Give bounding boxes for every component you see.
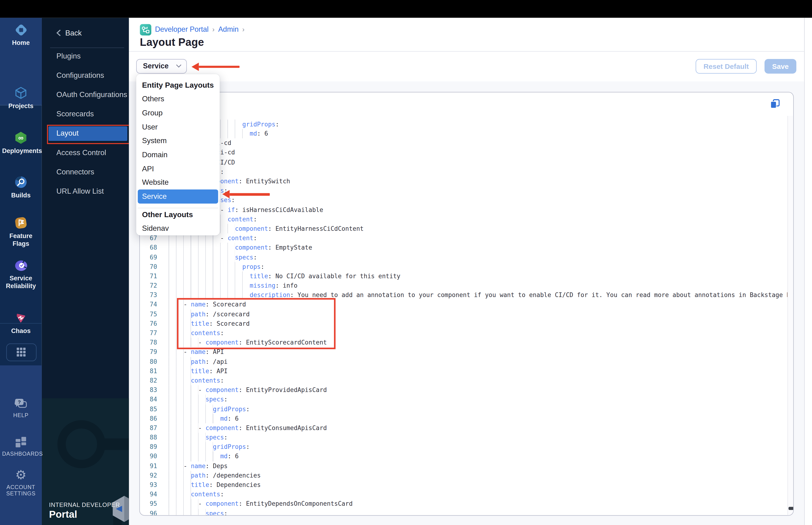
admin-sidebar-item-oauth-configurations[interactable]: OAuth Configurations [42, 85, 129, 104]
chevron-left-icon [56, 29, 61, 36]
admin-sidebar-item-connectors[interactable]: Connectors [42, 162, 129, 182]
breadcrumb: Developer Portal › Admin › [140, 24, 244, 35]
chevron-down-icon [176, 64, 182, 68]
admin-sidebar-item-configurations[interactable]: Configurations [42, 66, 129, 85]
admin-sidebar-item-url-allow-list[interactable]: URL Allow List [42, 182, 129, 201]
entity-type-select-value: Service [143, 62, 176, 70]
menu-item-service[interactable]: Service [138, 190, 218, 203]
code-line: 94 contents: [140, 490, 794, 499]
sidebar-item-dashboards[interactable]: DASHBOARDS [0, 436, 42, 457]
menu-item-user[interactable]: User [136, 120, 220, 134]
portal-footer-panel: INTERNAL DEVELOPER Portal [42, 398, 129, 525]
projects-cube-icon [14, 86, 28, 100]
line-number: 94 [140, 490, 157, 499]
back-button[interactable]: Back [42, 25, 129, 41]
sidebar-item-builds[interactable]: Builds [0, 175, 42, 199]
menu-item-website[interactable]: Website [136, 176, 220, 190]
service-reliability-icon [14, 259, 28, 272]
chaos-engineering-icon [14, 311, 28, 325]
code-line: 63 cases: [140, 196, 794, 205]
save-button[interactable]: Save [765, 59, 796, 74]
code-line: 88 specs: [140, 433, 794, 442]
breadcrumb-separator: › [212, 26, 215, 33]
menu-divider [138, 208, 218, 208]
code-line: 65 content: [140, 214, 794, 224]
grid-icon [17, 347, 26, 357]
code-line: 58 path: /ci-cd [140, 148, 794, 158]
line-number: 80 [140, 357, 157, 366]
menu-item-sidenav[interactable]: Sidenav [136, 221, 220, 235]
menu-item-domain[interactable]: Domain [136, 148, 220, 162]
line-number: 76 [140, 319, 157, 328]
svg-text:∞: ∞ [18, 133, 24, 141]
code-line: 64 - if: isHarnessCiCdAvailable [140, 205, 794, 214]
code-line: 55 gridProps: [140, 119, 794, 129]
line-number: 83 [140, 385, 157, 394]
admin-sidebar-item-access-control[interactable]: Access Control [42, 143, 129, 162]
sidebar-item-home[interactable]: Home [0, 24, 42, 47]
line-number: 77 [140, 328, 157, 338]
annotation-box-layout-item [47, 125, 129, 144]
line-number: 86 [140, 414, 157, 423]
line-number: 84 [140, 395, 157, 404]
copy-icon[interactable] [770, 100, 780, 109]
entity-type-select[interactable]: Service [136, 59, 187, 73]
code-line: 89 gridProps: [140, 442, 794, 452]
code-line: 84 specs: [140, 395, 794, 404]
line-number: 78 [140, 338, 157, 347]
code-line: 56 md: 6 [140, 129, 794, 138]
annotation-box-scorecard-lines [177, 298, 336, 349]
module-switcher-button[interactable] [6, 343, 37, 361]
sidebar-item-projects[interactable]: Projects [0, 86, 42, 109]
gear-icon: ⚙ [15, 468, 27, 481]
menu-item-others[interactable]: Others [136, 92, 220, 106]
code-line: 82 contents: [140, 376, 794, 385]
line-number: 93 [140, 480, 157, 490]
code-line: 72 missing: info [140, 281, 794, 290]
breadcrumb-link-admin[interactable]: Admin [218, 26, 239, 33]
sidebar-item-deployments[interactable]: ∞ Deployments [0, 131, 42, 154]
sidebar-item-chaos[interactable]: Chaos [0, 311, 42, 335]
reset-default-button[interactable]: Reset Default [696, 59, 757, 74]
line-number: 74 [140, 300, 157, 309]
breadcrumb-link-developer-portal[interactable]: Developer Portal [155, 26, 209, 33]
admin-sidebar: Back PluginsConfigurationsOAuth Configur… [42, 17, 129, 525]
line-number: 96 [140, 509, 157, 516]
line-number: 79 [140, 347, 157, 357]
svg-text:?: ? [18, 399, 21, 404]
code-line: 81 title: API [140, 366, 794, 376]
code-line: 92 path: /dependencies [140, 471, 794, 480]
line-number: 85 [140, 404, 157, 414]
code-line: 61 - component: EntitySwitch [140, 177, 794, 186]
code-line: 87 - component: EntityConsumedApisCard [140, 423, 794, 433]
admin-sidebar-item-scorecards[interactable]: Scorecards [42, 104, 129, 124]
menu-item-api[interactable]: API [136, 162, 220, 176]
menu-item-group[interactable]: Group [136, 106, 220, 120]
builds-ci-icon [14, 175, 28, 189]
sidebar-item-account-settings[interactable]: ⚙ ACCOUNT SETTINGS [0, 468, 42, 497]
code-line: 68 component: EmptyState [140, 243, 794, 252]
admin-sidebar-item-plugins[interactable]: Plugins [42, 46, 129, 66]
editor-scrollbar-thumb[interactable] [788, 507, 794, 510]
menu-group-header: Entity Page Layouts [136, 79, 220, 92]
code-line: 93 title: Dependencies [140, 480, 794, 490]
line-number: 87 [140, 423, 157, 433]
line-number: 75 [140, 309, 157, 319]
app-window: Developer Portal › Admin › Layout Page 5… [0, 0, 812, 525]
footer-title: Portal [49, 509, 77, 521]
sidebar-item-feature-flags[interactable]: Feature Flags [0, 216, 42, 248]
dashboards-icon [15, 436, 27, 448]
line-number: 71 [140, 271, 157, 281]
page-scrollbar-track[interactable] [804, 17, 812, 525]
entity-layouts-dropdown-menu: Entity Page Layouts OthersGroupUserSyste… [136, 74, 220, 235]
editor-scrollbar-track [787, 116, 794, 516]
code-line: 60 contents: [140, 167, 794, 176]
sidebar-item-service-reliability[interactable]: Service Reliability [0, 259, 42, 290]
module-sidebar: Home Projects ∞ Deployments [0, 17, 42, 525]
help-chat-icon: ? [15, 398, 27, 409]
menu-item-system[interactable]: System [136, 134, 220, 148]
code-line: 91 - name: Deps [140, 461, 794, 471]
sidebar-item-help[interactable]: ? HELP [0, 398, 42, 418]
feature-flags-icon [14, 216, 28, 230]
code-line: 86 md: 6 [140, 414, 794, 423]
